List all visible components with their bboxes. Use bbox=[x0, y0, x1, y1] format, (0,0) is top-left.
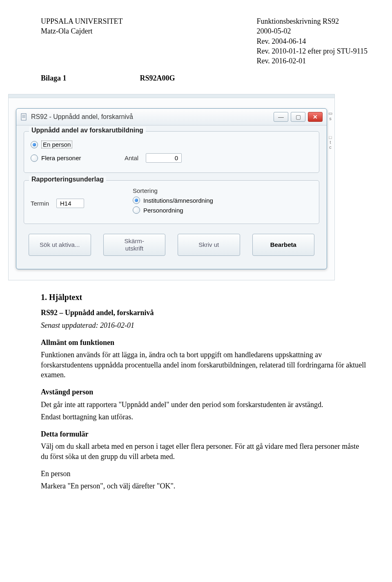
enperson-text: Markera "En person", och välj därefter "… bbox=[41, 481, 368, 491]
antal-label: Antal bbox=[125, 154, 138, 161]
skriv-ut-button[interactable]: Skriv ut bbox=[178, 234, 240, 256]
allmant-heading: Allmänt om funktionen bbox=[41, 338, 368, 347]
radio-personordning-label: Personordning bbox=[143, 207, 183, 214]
bilaga-row: Bilaga 1 RS92A00G bbox=[41, 74, 368, 83]
section-heading: 1. Hjälptext bbox=[41, 293, 368, 302]
enperson-heading: En person bbox=[41, 469, 368, 479]
doc-rev2: Rev. 2010-01-12 efter proj STU-9115 bbox=[256, 46, 368, 56]
toolbar-gutter: ▭s □tc bbox=[326, 111, 335, 150]
radio-flera-label: Flera personer bbox=[41, 154, 81, 161]
group2-legend: Rapporteringsunderlag bbox=[29, 176, 106, 183]
group-rapporteringsunderlag: Rapporteringsunderlag Termin H14 Sorter bbox=[24, 180, 319, 224]
bearbeta-button[interactable]: Bearbeta bbox=[252, 234, 315, 256]
help-title: RS92 – Uppnådd andel, forskarnivå bbox=[41, 308, 368, 318]
dialog-window: RS92 - Uppnådd andel, forskarnivå — ▢ ✕ … bbox=[16, 108, 327, 269]
allmant-text: Funktionen används för att lägga in, änd… bbox=[41, 350, 368, 380]
help-updated: Senast uppdaterad: 2016-02-01 bbox=[41, 320, 368, 330]
gutter-icon-1: ▭s bbox=[326, 111, 335, 121]
avstangd-text2: Endast borttagning kan utföras. bbox=[41, 412, 368, 422]
code-label: RS92A00G bbox=[140, 74, 175, 83]
doc-date: 2000-05-02 bbox=[256, 26, 368, 36]
document-icon bbox=[20, 113, 28, 121]
radio-flera-personer[interactable] bbox=[31, 154, 38, 162]
close-button[interactable]: ✕ bbox=[308, 112, 323, 122]
sok-ut-aktiva-button[interactable]: Sök ut aktiva... bbox=[29, 234, 91, 256]
doc-rev3: Rev. 2016-02-01 bbox=[256, 56, 368, 66]
group-uppnadd-andel: Uppnådd andel av forskarutbildning En pe… bbox=[24, 131, 319, 173]
maximize-button[interactable]: ▢ bbox=[291, 112, 305, 122]
antal-field[interactable]: 0 bbox=[146, 153, 182, 163]
detta-text: Välj om du skall arbeta med en person i … bbox=[41, 441, 368, 461]
doc-title: Funktionsbeskrivning RS92 bbox=[256, 16, 368, 26]
document-header: UPPSALA UNIVERSITET Matz-Ola Cajdert Fun… bbox=[41, 16, 368, 66]
radio-personordning[interactable] bbox=[133, 206, 140, 214]
avstangd-text1: Det går inte att rapportera "Uppnådd and… bbox=[41, 400, 368, 410]
skarmutskrift-button[interactable]: Skärm- utskrift bbox=[103, 234, 166, 256]
radio-institutions-label: Institutions/ämnesordning bbox=[143, 197, 213, 204]
termin-field[interactable]: H14 bbox=[56, 199, 84, 208]
embedded-screenshot: ▭s □tc RS92 - Uppnådd andel, forskarnivå… bbox=[8, 94, 335, 280]
bilaga-label: Bilaga 1 bbox=[41, 74, 67, 83]
radio-institutions-ordning[interactable] bbox=[133, 197, 140, 204]
doc-rev1: Rev. 2004-06-14 bbox=[256, 36, 368, 46]
window-title: RS92 - Uppnådd andel, forskarnivå bbox=[31, 113, 270, 121]
group1-legend: Uppnådd andel av forskarutbildning bbox=[29, 127, 146, 134]
sortering-label: Sortering bbox=[133, 187, 312, 194]
help-text-section: 1. Hjälptext RS92 – Uppnådd andel, forsk… bbox=[41, 293, 368, 491]
minimize-button[interactable]: — bbox=[274, 112, 288, 122]
gutter-icon-2: □tc bbox=[326, 135, 335, 150]
radio-en-person-label: En person bbox=[41, 141, 72, 148]
window-titlebar: RS92 - Uppnådd andel, forskarnivå — ▢ ✕ bbox=[16, 109, 327, 125]
termin-label: Termin bbox=[31, 200, 49, 207]
svg-rect-0 bbox=[21, 114, 26, 120]
detta-heading: Detta formulär bbox=[41, 429, 368, 439]
university-name: UPPSALA UNIVERSITET bbox=[41, 16, 123, 26]
radio-en-person[interactable] bbox=[31, 141, 38, 148]
author-name: Matz-Ola Cajdert bbox=[41, 26, 123, 36]
avstangd-heading: Avstängd person bbox=[41, 387, 368, 397]
